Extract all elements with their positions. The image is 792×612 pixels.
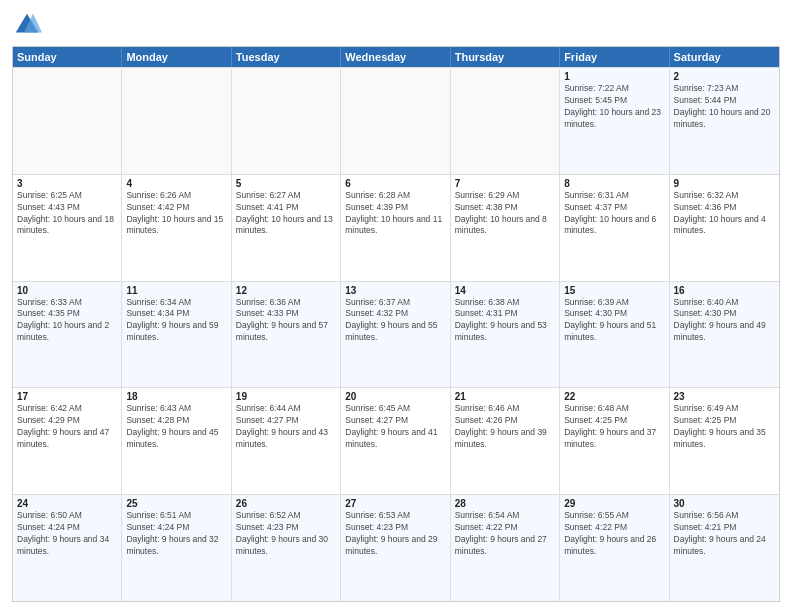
day-number: 23 [674,391,775,402]
day-info: Sunrise: 6:25 AM Sunset: 4:43 PM Dayligh… [17,190,117,238]
day-info: Sunrise: 6:39 AM Sunset: 4:30 PM Dayligh… [564,297,664,345]
calendar-cell [122,68,231,174]
calendar-row: 24Sunrise: 6:50 AM Sunset: 4:24 PM Dayli… [13,494,779,601]
day-number: 27 [345,498,445,509]
day-number: 2 [674,71,775,82]
calendar-cell: 8Sunrise: 6:31 AM Sunset: 4:37 PM Daylig… [560,175,669,281]
day-info: Sunrise: 6:32 AM Sunset: 4:36 PM Dayligh… [674,190,775,238]
day-info: Sunrise: 6:38 AM Sunset: 4:31 PM Dayligh… [455,297,555,345]
weekday-header: Saturday [670,47,779,67]
day-info: Sunrise: 6:44 AM Sunset: 4:27 PM Dayligh… [236,403,336,451]
day-info: Sunrise: 6:48 AM Sunset: 4:25 PM Dayligh… [564,403,664,451]
calendar-header: SundayMondayTuesdayWednesdayThursdayFrid… [13,47,779,67]
day-info: Sunrise: 6:33 AM Sunset: 4:35 PM Dayligh… [17,297,117,345]
day-number: 16 [674,285,775,296]
day-number: 25 [126,498,226,509]
day-number: 15 [564,285,664,296]
weekday-header: Tuesday [232,47,341,67]
day-info: Sunrise: 6:49 AM Sunset: 4:25 PM Dayligh… [674,403,775,451]
day-info: Sunrise: 7:22 AM Sunset: 5:45 PM Dayligh… [564,83,664,131]
calendar-cell: 11Sunrise: 6:34 AM Sunset: 4:34 PM Dayli… [122,282,231,388]
day-number: 19 [236,391,336,402]
day-info: Sunrise: 6:40 AM Sunset: 4:30 PM Dayligh… [674,297,775,345]
calendar-cell: 17Sunrise: 6:42 AM Sunset: 4:29 PM Dayli… [13,388,122,494]
day-number: 13 [345,285,445,296]
weekday-header: Monday [122,47,231,67]
calendar-body: 1Sunrise: 7:22 AM Sunset: 5:45 PM Daylig… [13,67,779,601]
day-number: 4 [126,178,226,189]
calendar-cell: 23Sunrise: 6:49 AM Sunset: 4:25 PM Dayli… [670,388,779,494]
day-info: Sunrise: 6:31 AM Sunset: 4:37 PM Dayligh… [564,190,664,238]
day-info: Sunrise: 6:52 AM Sunset: 4:23 PM Dayligh… [236,510,336,558]
day-number: 29 [564,498,664,509]
day-number: 22 [564,391,664,402]
logo [12,10,46,40]
calendar-cell: 15Sunrise: 6:39 AM Sunset: 4:30 PM Dayli… [560,282,669,388]
weekday-header: Wednesday [341,47,450,67]
day-info: Sunrise: 7:23 AM Sunset: 5:44 PM Dayligh… [674,83,775,131]
calendar-cell: 6Sunrise: 6:28 AM Sunset: 4:39 PM Daylig… [341,175,450,281]
day-info: Sunrise: 6:29 AM Sunset: 4:38 PM Dayligh… [455,190,555,238]
calendar-cell: 21Sunrise: 6:46 AM Sunset: 4:26 PM Dayli… [451,388,560,494]
day-info: Sunrise: 6:28 AM Sunset: 4:39 PM Dayligh… [345,190,445,238]
calendar-cell [341,68,450,174]
day-info: Sunrise: 6:46 AM Sunset: 4:26 PM Dayligh… [455,403,555,451]
day-number: 18 [126,391,226,402]
calendar-cell: 18Sunrise: 6:43 AM Sunset: 4:28 PM Dayli… [122,388,231,494]
calendar-cell: 10Sunrise: 6:33 AM Sunset: 4:35 PM Dayli… [13,282,122,388]
day-number: 12 [236,285,336,296]
day-info: Sunrise: 6:53 AM Sunset: 4:23 PM Dayligh… [345,510,445,558]
calendar-cell: 5Sunrise: 6:27 AM Sunset: 4:41 PM Daylig… [232,175,341,281]
calendar-cell: 12Sunrise: 6:36 AM Sunset: 4:33 PM Dayli… [232,282,341,388]
calendar-row: 3Sunrise: 6:25 AM Sunset: 4:43 PM Daylig… [13,174,779,281]
calendar-cell: 28Sunrise: 6:54 AM Sunset: 4:22 PM Dayli… [451,495,560,601]
calendar-cell: 19Sunrise: 6:44 AM Sunset: 4:27 PM Dayli… [232,388,341,494]
day-number: 10 [17,285,117,296]
calendar-cell: 20Sunrise: 6:45 AM Sunset: 4:27 PM Dayli… [341,388,450,494]
day-number: 21 [455,391,555,402]
weekday-header: Thursday [451,47,560,67]
day-info: Sunrise: 6:42 AM Sunset: 4:29 PM Dayligh… [17,403,117,451]
day-number: 24 [17,498,117,509]
day-info: Sunrise: 6:45 AM Sunset: 4:27 PM Dayligh… [345,403,445,451]
calendar-cell: 4Sunrise: 6:26 AM Sunset: 4:42 PM Daylig… [122,175,231,281]
logo-icon [12,10,42,40]
day-number: 17 [17,391,117,402]
day-number: 11 [126,285,226,296]
day-number: 7 [455,178,555,189]
calendar-cell [451,68,560,174]
calendar-cell: 13Sunrise: 6:37 AM Sunset: 4:32 PM Dayli… [341,282,450,388]
day-info: Sunrise: 6:26 AM Sunset: 4:42 PM Dayligh… [126,190,226,238]
calendar-row: 10Sunrise: 6:33 AM Sunset: 4:35 PM Dayli… [13,281,779,388]
calendar-cell: 27Sunrise: 6:53 AM Sunset: 4:23 PM Dayli… [341,495,450,601]
day-number: 8 [564,178,664,189]
calendar-cell: 9Sunrise: 6:32 AM Sunset: 4:36 PM Daylig… [670,175,779,281]
calendar-cell [13,68,122,174]
day-info: Sunrise: 6:34 AM Sunset: 4:34 PM Dayligh… [126,297,226,345]
day-info: Sunrise: 6:37 AM Sunset: 4:32 PM Dayligh… [345,297,445,345]
calendar-cell: 29Sunrise: 6:55 AM Sunset: 4:22 PM Dayli… [560,495,669,601]
calendar-row: 17Sunrise: 6:42 AM Sunset: 4:29 PM Dayli… [13,387,779,494]
weekday-header: Friday [560,47,669,67]
day-info: Sunrise: 6:54 AM Sunset: 4:22 PM Dayligh… [455,510,555,558]
day-info: Sunrise: 6:55 AM Sunset: 4:22 PM Dayligh… [564,510,664,558]
day-number: 3 [17,178,117,189]
day-number: 30 [674,498,775,509]
calendar-cell: 7Sunrise: 6:29 AM Sunset: 4:38 PM Daylig… [451,175,560,281]
calendar-cell: 2Sunrise: 7:23 AM Sunset: 5:44 PM Daylig… [670,68,779,174]
header [12,10,780,40]
day-number: 20 [345,391,445,402]
day-number: 1 [564,71,664,82]
calendar: SundayMondayTuesdayWednesdayThursdayFrid… [12,46,780,602]
calendar-cell [232,68,341,174]
day-info: Sunrise: 6:27 AM Sunset: 4:41 PM Dayligh… [236,190,336,238]
page: SundayMondayTuesdayWednesdayThursdayFrid… [0,0,792,612]
calendar-cell: 25Sunrise: 6:51 AM Sunset: 4:24 PM Dayli… [122,495,231,601]
day-number: 26 [236,498,336,509]
calendar-cell: 3Sunrise: 6:25 AM Sunset: 4:43 PM Daylig… [13,175,122,281]
calendar-cell: 14Sunrise: 6:38 AM Sunset: 4:31 PM Dayli… [451,282,560,388]
day-info: Sunrise: 6:36 AM Sunset: 4:33 PM Dayligh… [236,297,336,345]
calendar-cell: 30Sunrise: 6:56 AM Sunset: 4:21 PM Dayli… [670,495,779,601]
calendar-row: 1Sunrise: 7:22 AM Sunset: 5:45 PM Daylig… [13,67,779,174]
calendar-cell: 24Sunrise: 6:50 AM Sunset: 4:24 PM Dayli… [13,495,122,601]
